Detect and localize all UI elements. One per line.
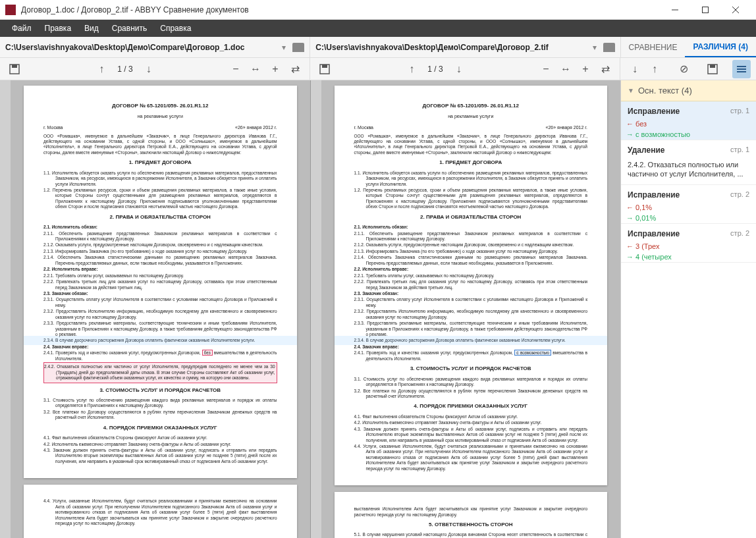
diff-old: 3 (Трех: [621, 241, 756, 252]
path-right-text: C:\Users\avishnyakova\Desktop\Демо\Compa…: [315, 43, 588, 52]
menubar: Файл Правка Вид Сравнить Справка: [0, 20, 756, 37]
diff-panel: ▼ Осн. текст (4) Исправлениестр. 1 без с…: [620, 80, 756, 538]
diff-box-right: с возможностью: [514, 350, 551, 356]
next-page-icon[interactable]: ↓: [450, 60, 468, 78]
save-icon[interactable]: [315, 60, 334, 78]
close-button[interactable]: [720, 0, 751, 20]
toolbar: ↑ 1 / 3 ↓ − ↔ + ⇄ ↑ 1 / 3 ↓ − ↔ + ⇄ ↓ ↑ …: [0, 58, 756, 80]
collapse-icon: ▼: [628, 87, 634, 94]
minimize-button[interactable]: [660, 0, 690, 20]
fit-width-icon[interactable]: ↔: [246, 60, 265, 78]
toolbar-left: ↑ 1 / 3 ↓ − ↔ + ⇄: [0, 58, 310, 80]
titlebar: Договор_1.doc / Договор_2.tif - ABBYY Ср…: [0, 0, 756, 20]
deleted-text: 2.4.2. Отказаться полностью или частично…: [43, 362, 277, 383]
diff-item[interactable]: Исправлениестр. 2 0,1% 0,01%: [621, 185, 756, 224]
diff-old: без: [621, 119, 756, 129]
doc-pane-right: ДОГОВОР № 65-1201/059- 26.01.R1.12 на ре…: [311, 80, 621, 538]
save-icon[interactable]: [703, 60, 722, 78]
fit-page-icon[interactable]: ⇄: [596, 60, 614, 78]
diff-section-header[interactable]: ▼ Осн. текст (4): [621, 80, 756, 101]
page: выставления Исполнителем Акта будет засч…: [335, 492, 608, 538]
doc-area-left[interactable]: ДОГОВОР № 65-1201/059- 26.01.R1.12 на ре…: [11, 80, 310, 538]
tab-compare[interactable]: СРАВНЕНИЕ: [621, 37, 686, 57]
diff-desc: 2.4.2. Отказаться полностью или частично…: [621, 157, 756, 184]
fit-page-icon[interactable]: ⇄: [286, 60, 304, 78]
diff-prev-icon[interactable]: ↓: [626, 60, 644, 78]
content: ДОГОВОР № 65-1201/059- 26.01.R1.12 на ре…: [0, 80, 756, 538]
prev-page-icon[interactable]: ↑: [92, 60, 111, 78]
menu-view[interactable]: Вид: [78, 21, 105, 36]
menu-edit[interactable]: Правка: [38, 21, 78, 36]
svg-rect-1: [703, 7, 709, 13]
diff-item[interactable]: Исправлениестр. 1 без с возможностью: [621, 101, 756, 140]
diff-ignore-icon[interactable]: ⊘: [674, 60, 693, 78]
diff-next-icon[interactable]: ↑: [645, 60, 664, 78]
svg-rect-7: [322, 65, 327, 68]
menu-help[interactable]: Справка: [153, 21, 198, 36]
toolbar-right-doc: ↑ 1 / 3 ↓ − ↔ + ⇄: [310, 58, 620, 80]
doc-pane-left: ДОГОВОР № 65-1201/059- 26.01.R1.12 на ре…: [0, 80, 311, 538]
diff-new: с возможностью: [621, 129, 756, 140]
diff-item[interactable]: Удалениестр. 1 2.4.2. Отказаться полност…: [621, 140, 756, 185]
folder-icon[interactable]: [292, 43, 304, 52]
svg-rect-5: [12, 65, 17, 68]
window-title: Договор_1.doc / Договор_2.tif - ABBYY Ср…: [21, 5, 660, 14]
fit-width-icon[interactable]: ↔: [556, 60, 575, 78]
save-icon[interactable]: [5, 60, 24, 78]
diff-item[interactable]: Исправлениестр. 2 3 (Трех 4 (четырех: [621, 224, 756, 263]
doc-title: ДОГОВОР № 65-1201/059- 26.01.R1.12: [43, 103, 277, 109]
zoom-in-icon[interactable]: +: [576, 60, 595, 78]
folder-icon[interactable]: [603, 43, 615, 52]
menu-file[interactable]: Файл: [5, 21, 38, 36]
diff-box-left: без: [202, 350, 213, 356]
thumb-strip[interactable]: [311, 80, 321, 538]
toolbar-diff: ↓ ↑ ⊘: [620, 58, 756, 80]
page: 4.4. Услуги, оказанные Исполнителем, буд…: [24, 485, 297, 538]
next-page-icon[interactable]: ↓: [140, 60, 158, 78]
app-icon: [5, 5, 16, 15]
page-indicator-right: 1 / 3: [421, 65, 449, 74]
path-right-dropdown[interactable]: ▾: [589, 43, 601, 52]
diff-highlight: 2.4.1. Проверять ход и качество оказания…: [354, 350, 588, 362]
page: ДОГОВОР № 65-1201/059- 26.01.R1.12 на ре…: [335, 86, 608, 485]
menu-compare[interactable]: Сравнить: [105, 21, 153, 36]
diff-highlight: 2.4.1. Проверять ход и качество оказания…: [43, 350, 277, 362]
diff-old: 0,1%: [621, 202, 756, 213]
doc-area-right[interactable]: ДОГОВОР № 65-1201/059- 26.01.R1.12 на ре…: [321, 80, 621, 538]
path-left: C:\Users\avishnyakova\Desktop\Демо\Compa…: [0, 37, 310, 57]
svg-rect-9: [710, 65, 715, 68]
list-view-icon[interactable]: [732, 60, 751, 78]
doc-subtitle: на рекламные услуги: [43, 113, 277, 119]
prev-page-icon[interactable]: ↑: [402, 60, 421, 78]
path-right: C:\Users\avishnyakova\Desktop\Демо\Compa…: [310, 37, 620, 57]
maximize-button[interactable]: [690, 0, 720, 20]
zoom-in-icon[interactable]: +: [266, 60, 284, 78]
thumb-strip[interactable]: [0, 80, 11, 538]
path-left-dropdown[interactable]: ▾: [278, 43, 290, 52]
zoom-out-icon[interactable]: −: [537, 60, 555, 78]
diff-new: 4 (четырех: [621, 252, 756, 262]
zoom-out-icon[interactable]: −: [227, 60, 245, 78]
tabs: СРАВНЕНИЕ РАЗЛИЧИЯ (4): [621, 37, 756, 57]
pathbar: C:\Users\avishnyakova\Desktop\Демо\Compa…: [0, 37, 756, 58]
tab-differences[interactable]: РАЗЛИЧИЯ (4): [685, 37, 756, 57]
diff-new: 0,01%: [621, 213, 756, 223]
path-left-text: C:\Users\avishnyakova\Desktop\Демо\Compa…: [5, 43, 278, 52]
page: ДОГОВОР № 65-1201/059- 26.01.R1.12 на ре…: [24, 86, 297, 478]
page-indicator-left: 1 / 3: [111, 65, 139, 74]
